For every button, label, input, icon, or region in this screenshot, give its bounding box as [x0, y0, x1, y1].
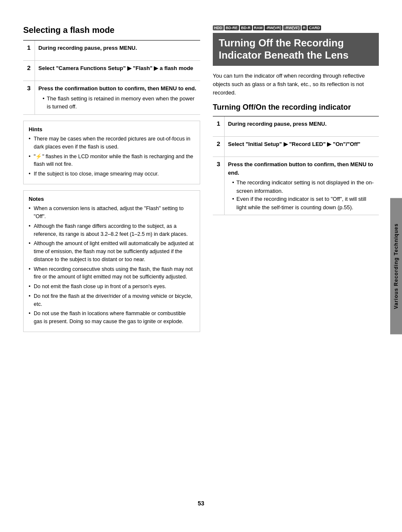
badge-hdd: HDD — [213, 25, 224, 30]
table-row: 2 Select "Camera Functions Setup" ▶ "Fla… — [23, 61, 200, 81]
list-item: "⚡" flashes in the LCD monitor while the… — [29, 153, 195, 169]
badge-card: CARD — [308, 25, 321, 30]
list-item: The recording indicator setting is not d… — [232, 178, 375, 195]
right-description: You can turn the indicator off when reco… — [213, 72, 379, 97]
notes-list: When a conversion lens is attached, adju… — [29, 205, 195, 326]
right-step-content-1: During recording pause, press MENU. — [225, 116, 379, 136]
sidebar-tab: Various Recording Techniques — [390, 198, 402, 334]
badge-r: R — [302, 25, 307, 30]
table-row: 3 Press the confirmation button to confi… — [23, 81, 200, 115]
page-number: 53 — [23, 500, 379, 507]
step-3-bullets: The flash setting is retained in memory … — [38, 95, 197, 111]
step-content-3: Press the confirmation button to confirm… — [35, 81, 200, 114]
notes-title: Notes — [29, 195, 195, 203]
right-step-3-bullets: The recording indicator setting is not d… — [228, 178, 375, 211]
highlight-section: Turning Off the Recording Indicator Bene… — [213, 33, 379, 66]
list-item: Although the amount of light emitted wil… — [29, 240, 195, 263]
badge-bd-re: BD-RE — [225, 25, 239, 30]
right-step-number-3: 3 — [213, 157, 225, 215]
list-item: Do not fire the flash at the driver/ride… — [29, 292, 195, 308]
right-step-table: 1 During recording pause, press MENU. 2 … — [213, 116, 379, 215]
step-number-1: 1 — [23, 41, 35, 60]
hints-list: There may be cases when the recorded pic… — [29, 135, 195, 178]
step-number-2: 2 — [23, 61, 35, 81]
step-content-1: During recording pause, press MENU. — [35, 41, 200, 60]
badge-rw-vr: -RW(VR) — [265, 25, 282, 30]
list-item: When recording consecutive shots using t… — [29, 265, 195, 281]
list-item: Although the flash range differs accordi… — [29, 222, 195, 238]
step-content-2: Select "Camera Functions Setup" ▶ "Flash… — [35, 61, 200, 81]
hints-title: Hints — [29, 125, 195, 134]
table-row: 1 During recording pause, press MENU. — [213, 116, 379, 137]
media-badges: HDD BD-RE BD-R RAM -RW(VR) -RW(VF) R CAR… — [213, 25, 379, 30]
list-item: If the subject is too close, image smear… — [29, 170, 195, 178]
left-column: Selecting a flash mode 1 During recordin… — [23, 25, 200, 487]
right-step-number-2: 2 — [213, 137, 225, 157]
left-section-title: Selecting a flash mode — [23, 25, 200, 35]
badge-bd-r: BD-R — [240, 25, 252, 30]
sidebar-label: Various Recording Techniques — [393, 223, 399, 309]
list-item: Do not use the flash in locations where … — [29, 310, 195, 326]
table-row: 1 During recording pause, press MENU. — [23, 41, 200, 61]
notes-box: Notes When a conversion lens is attached… — [23, 190, 200, 332]
badge-rw-vf: -RW(VF) — [283, 25, 300, 30]
list-item: The flash setting is retained in memory … — [43, 95, 197, 111]
highlight-title: Turning Off the Recording Indicator Bene… — [219, 37, 373, 62]
table-row: 3 Press the confirmation button to confi… — [213, 157, 379, 215]
list-item: There may be cases when the recorded pic… — [29, 135, 195, 151]
step-number-3: 3 — [23, 81, 35, 114]
right-step-content-2: Select "Initial Setup" ▶ "Record LED" ▶ … — [225, 137, 379, 157]
list-item: Do not emit the flash close up in front … — [29, 283, 195, 291]
right-subsection-title: Turning Off/On the recording indicator — [213, 103, 379, 112]
right-column: HDD BD-RE BD-R RAM -RW(VR) -RW(VF) R CAR… — [213, 25, 379, 487]
hints-box: Hints There may be cases when the record… — [23, 121, 200, 184]
table-row: 2 Select "Initial Setup" ▶ "Record LED" … — [213, 137, 379, 157]
list-item: When a conversion lens is attached, adju… — [29, 205, 195, 221]
right-step-content-3: Press the confirmation button to confirm… — [225, 157, 379, 215]
page: Selecting a flash mode 1 During recordin… — [0, 0, 402, 532]
right-step-number-1: 1 — [213, 116, 225, 136]
left-step-table: 1 During recording pause, press MENU. 2 … — [23, 40, 200, 115]
badge-ram: RAM — [253, 25, 264, 30]
list-item: Even if the recording indicator is set t… — [232, 195, 375, 211]
